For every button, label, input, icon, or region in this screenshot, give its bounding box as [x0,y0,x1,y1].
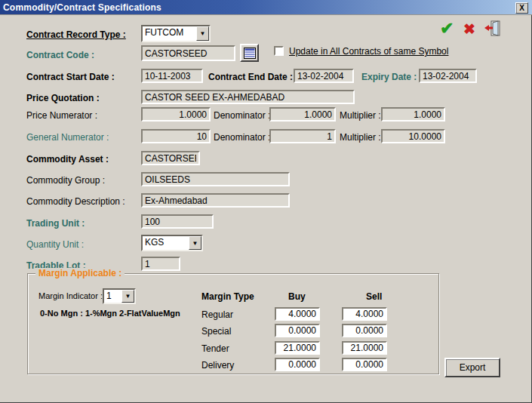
margin-delivery-sell-input[interactable] [342,358,387,371]
price-quotation-input[interactable] [141,90,355,104]
chevron-down-icon[interactable]: ▼ [121,290,134,303]
commodity-asset-label: Commodity Asset : [26,154,109,165]
margin-regular-buy-input[interactable] [275,307,320,321]
price-quotation-label: Price Quotation : [26,93,100,103]
price-denominator-label: Denominator : [214,110,270,121]
general-multiplier-input[interactable] [381,129,445,143]
margin-indicator-label: Margin Indicator : [38,291,103,300]
general-multiplier-label: Multiplier : [340,132,381,143]
commodity-asset-input[interactable] [141,151,200,165]
contract-code-input[interactable] [141,45,235,61]
contract-start-date-label: Contract Start Date : [26,72,115,82]
contract-end-date-label: Contract End Date : [208,72,293,82]
general-denominator-label: Denominator : [214,132,270,143]
margin-buy-header: Buy [288,291,306,302]
commodity-group-input[interactable] [141,172,290,186]
tradable-lot-input[interactable] [141,257,180,271]
margin-row-label: Tender [201,343,229,354]
margin-regular-sell-input[interactable] [342,307,387,321]
export-button[interactable]: Export [444,358,500,377]
quantity-unit-select[interactable]: KGS ▼ [141,235,203,251]
expiry-date-input[interactable] [419,69,477,83]
cross-icon: ✖ [463,21,475,37]
commodity-description-input[interactable] [141,193,290,208]
margin-indicator-hint: 0-No Mgn : 1-%Mgn 2-FlatValueMgn [40,309,180,318]
margin-row-label: Delivery [201,360,234,371]
chevron-down-icon[interactable]: ▼ [189,236,201,250]
update-all-checkbox[interactable] [274,46,284,56]
quantity-unit-label: Quantity Unit : [26,239,84,250]
window-title: Commodity/Contract Specifications [3,2,161,13]
general-denominator-input[interactable] [269,129,336,143]
general-numerator-input[interactable] [141,129,211,143]
contract-end-date-input[interactable] [294,69,354,83]
check-icon: ✔ [440,19,454,38]
contract-start-date-input[interactable] [141,69,203,83]
margin-tender-sell-input[interactable] [342,341,387,355]
confirm-button[interactable]: ✔ [440,20,454,37]
general-numerator-label: General Numerator : [26,132,109,143]
dialog-commodity-contract-specifications: Commodity/Contract Specifications X ✔ ✖ … [0,0,532,403]
trading-unit-label: Trading Unit : [26,218,85,229]
close-icon: X [519,4,524,12]
exit-button[interactable] [484,20,501,40]
margin-special-buy-input[interactable] [275,324,320,337]
contract-code-label: Contract Code : [26,50,94,60]
close-button[interactable]: X [515,2,528,14]
price-multiplier-input[interactable] [381,107,445,122]
update-all-label[interactable]: Update in All Contracts of same Symbol [289,46,448,57]
margin-applicable-group: Margin Applicable : Margin Indicator : 1… [27,273,439,374]
margin-special-sell-input[interactable] [342,324,387,337]
margin-delivery-buy-input[interactable] [275,358,320,371]
exit-door-icon [484,20,501,37]
quantity-unit-value: KGS [143,236,189,250]
commodity-group-label: Commodity Group : [26,175,105,186]
margin-type-header: Margin Type [201,291,254,302]
margin-indicator-value: 1 [104,290,121,303]
commodity-description-label: Commodity Description : [26,196,125,207]
margin-group-legend: Margin Applicable : [35,268,125,278]
margin-sell-header: Sell [366,291,382,302]
grid-lookup-icon [244,48,256,59]
trading-unit-input[interactable] [141,214,214,229]
title-bar: Commodity/Contract Specifications [0,0,532,15]
price-numerator-label: Price Numerator : [26,110,97,121]
price-multiplier-label: Multiplier : [340,110,381,121]
contract-record-type-select[interactable]: FUTCOM ▼ [141,25,211,42]
price-numerator-input[interactable] [141,107,211,122]
margin-row-label: Special [201,326,231,337]
expiry-date-label: Expiry Date : [361,72,417,82]
cancel-button[interactable]: ✖ [463,22,475,37]
contract-record-type-label: Contract Record Type : [26,29,126,40]
margin-indicator-select[interactable]: 1 ▼ [103,288,136,304]
price-denominator-input[interactable] [269,107,336,122]
chevron-down-icon[interactable]: ▼ [196,26,209,41]
margin-row-label: Regular [201,309,233,320]
contract-record-type-value: FUTCOM [143,26,196,41]
margin-tender-buy-input[interactable] [275,341,320,355]
contract-code-lookup-button[interactable] [240,44,259,62]
